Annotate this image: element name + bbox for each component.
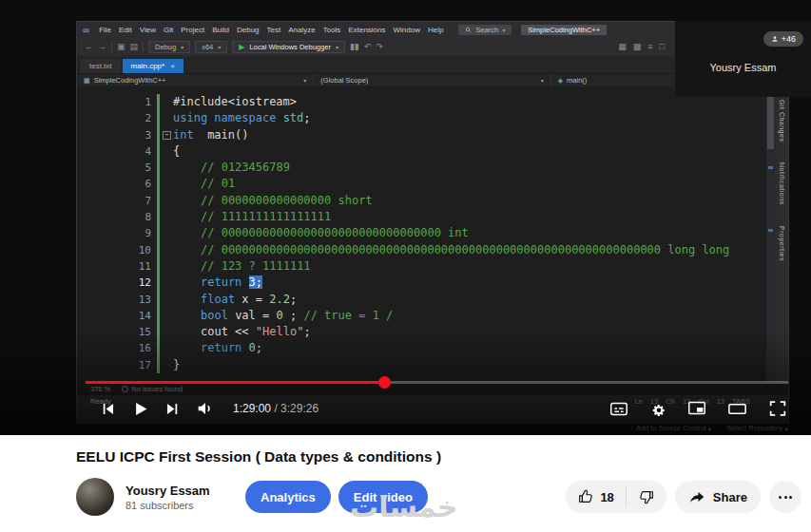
- code-line[interactable]: 2using namespace std;: [77, 110, 765, 126]
- visual-studio-logo-icon: ∞: [83, 25, 89, 35]
- menu-analyze[interactable]: Analyze: [284, 26, 319, 34]
- player-right-controls: [608, 398, 788, 420]
- menu-file[interactable]: File: [95, 26, 115, 34]
- menu-window[interactable]: Window: [390, 26, 424, 34]
- code-line[interactable]: 6// 01: [77, 176, 765, 192]
- action-buttons: 18 Share: [566, 481, 801, 513]
- undo-icon[interactable]: ↶: [364, 42, 372, 51]
- code-token: }: [173, 358, 180, 371]
- navigate-back-icon[interactable]: ←: [85, 42, 93, 51]
- vs-search-box[interactable]: Search ▾: [458, 25, 512, 35]
- solution-config-dropdown[interactable]: Debug▾: [148, 41, 190, 53]
- code-token: cout <<: [201, 325, 256, 338]
- side-tab-properties[interactable]: Properties: [779, 226, 785, 261]
- vs-right-rail: Git ChangesNotificationsProperties: [775, 86, 788, 383]
- gear-icon: [648, 399, 667, 418]
- code-line[interactable]: 17}: [77, 357, 765, 373]
- scrollbar-mark: [768, 229, 773, 232]
- code-editor[interactable]: 1#include<iostream>2using namespace std;…: [77, 86, 788, 383]
- redo-icon[interactable]: ↷: [376, 42, 383, 51]
- progress-bar[interactable]: [86, 381, 788, 384]
- progress-scrubber[interactable]: [378, 376, 391, 389]
- code-line[interactable]: 10// 00000000000000000000000000000000000…: [77, 242, 765, 258]
- side-tab-notifications[interactable]: Notifications: [779, 162, 785, 205]
- next-button[interactable]: [164, 400, 182, 418]
- close-icon[interactable]: ×: [170, 62, 175, 70]
- previous-button[interactable]: [99, 400, 117, 418]
- menu-extensions[interactable]: Extensions: [344, 26, 389, 34]
- theater-mode-button[interactable]: [726, 398, 748, 420]
- toolbar-divider: [143, 42, 144, 52]
- code-line[interactable]: 7// 0000000000000000 short: [77, 193, 765, 209]
- code-token: float: [201, 293, 235, 306]
- code-line[interactable]: 13float x = 2.2;: [77, 292, 765, 308]
- code-line[interactable]: 8// 1111111111111111: [77, 209, 765, 225]
- menu-debug[interactable]: Debug: [233, 26, 263, 34]
- video-player[interactable]: ∞ FileEditViewGitProjectBuildDebugTestAn…: [0, 0, 811, 435]
- chevron-down-icon: ▾: [218, 44, 221, 50]
- platform-dropdown[interactable]: x64▾: [195, 41, 227, 53]
- outline-icon[interactable]: ▩: [633, 42, 642, 51]
- menu-test[interactable]: Test: [263, 26, 285, 34]
- settings-button[interactable]: [648, 399, 667, 418]
- viewer-count-badge: +46: [763, 31, 803, 47]
- dislike-button[interactable]: [627, 481, 666, 513]
- analytics-button[interactable]: Analytics: [245, 481, 331, 513]
- menu-view[interactable]: View: [136, 26, 160, 34]
- menu-git[interactable]: Git: [160, 26, 177, 34]
- start-debug-button[interactable]: ▶ Local Windows Debugger ▾: [232, 41, 345, 53]
- menu-build[interactable]: Build: [208, 26, 233, 34]
- video-title: EELU ICPC First Session ( Data types & c…: [76, 447, 801, 466]
- channel-avatar[interactable]: [76, 478, 114, 516]
- more-actions-button[interactable]: [769, 481, 801, 513]
- menu-project[interactable]: Project: [177, 26, 208, 34]
- list-icon[interactable]: ≡: [647, 42, 652, 51]
- menu-edit[interactable]: Edit: [115, 26, 136, 34]
- code-line[interactable]: 3−int main(): [77, 127, 765, 143]
- subtitles-button[interactable]: [608, 398, 629, 419]
- toolbar-right-icons: ▦ ▩ ≡ □: [618, 42, 665, 51]
- code-token: {: [173, 144, 180, 158]
- code-line[interactable]: 12return 3;: [77, 275, 765, 291]
- like-button[interactable]: 18: [566, 481, 625, 513]
- feedback-icon[interactable]: □: [660, 42, 665, 51]
- progress-played: [86, 381, 384, 384]
- pause-icon[interactable]: ▮▮: [350, 42, 359, 51]
- tab-main-cpp[interactable]: main.cpp* ×: [123, 59, 183, 73]
- code-text: float x = 2.2;: [173, 292, 297, 308]
- fold-toggle[interactable]: −: [163, 131, 171, 140]
- navigate-forward-icon[interactable]: →: [98, 42, 106, 51]
- fullscreen-button[interactable]: [767, 398, 788, 419]
- channel-name[interactable]: Yousry Essam: [126, 484, 238, 498]
- menu-help[interactable]: Help: [424, 26, 447, 34]
- tab-test-txt[interactable]: test.txt: [81, 59, 121, 73]
- line-number: 15: [113, 324, 151, 340]
- change-indicator: [157, 340, 160, 356]
- side-tab-git-changes[interactable]: Git Changes: [779, 100, 785, 142]
- scrollbar-thumb[interactable]: [767, 88, 774, 149]
- vs-account-chip[interactable]: SimpleCodingWithC++: [521, 25, 607, 35]
- search-label: Search: [475, 26, 498, 34]
- code-line[interactable]: 16return 0;: [77, 340, 765, 356]
- line-number: 10: [113, 242, 151, 258]
- play-button[interactable]: [130, 399, 150, 419]
- menu-tools[interactable]: Tools: [319, 26, 345, 34]
- breadcrumb-project-dropdown[interactable]: ▩SimpleCodingWithC++ ▾: [77, 74, 314, 86]
- code-line[interactable]: 11// 123 ? 1111111: [77, 258, 765, 275]
- code-line[interactable]: 9// 00000000000000000000000000000000 int: [77, 225, 765, 241]
- mute-button[interactable]: [195, 398, 216, 419]
- code-line[interactable]: 15cout << "Hello";: [77, 324, 765, 340]
- code-line[interactable]: 1#include<iostream>: [77, 94, 765, 110]
- find-icon[interactable]: ▦: [618, 42, 627, 51]
- breadcrumb-scope-dropdown[interactable]: (Global Scope) ▾: [314, 74, 550, 86]
- code-line[interactable]: 14bool val = 0 ; // true = 1 /: [77, 308, 765, 324]
- code-token: ;: [290, 293, 297, 306]
- code-line[interactable]: 5// 0123456789: [77, 160, 765, 176]
- code-line[interactable]: 4{: [77, 143, 765, 160]
- save-icon[interactable]: ▤: [130, 42, 139, 51]
- miniplayer-button[interactable]: [686, 398, 707, 419]
- new-file-icon[interactable]: ▣: [117, 42, 126, 51]
- change-indicator: [157, 110, 160, 126]
- share-button[interactable]: Share: [675, 481, 761, 513]
- editor-scrollbar[interactable]: [766, 86, 775, 383]
